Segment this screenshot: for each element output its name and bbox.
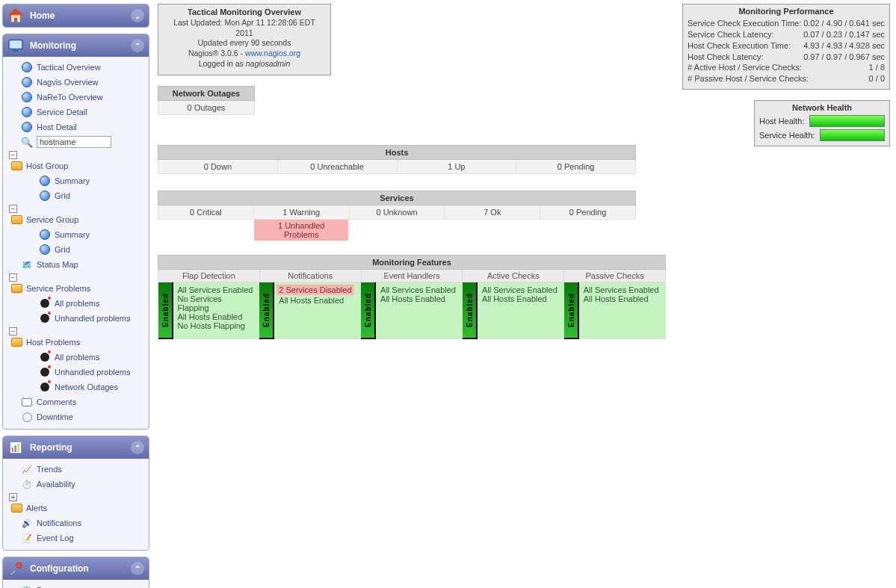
overview-logged-in: Logged in as nagiosadmin bbox=[164, 59, 324, 69]
nav-service-group[interactable]: Service Group bbox=[9, 213, 147, 226]
panel-header-reporting[interactable]: Reporting ⌃ bbox=[3, 436, 149, 459]
notif-disabled[interactable]: 2 Services Disabled bbox=[276, 285, 353, 295]
nav-service-problems[interactable]: Service Problems bbox=[9, 282, 147, 295]
panel-header-configuration[interactable]: Configuration ⌃ bbox=[3, 557, 149, 580]
nav-sp-unhandled[interactable]: Unhandled problems bbox=[37, 312, 147, 325]
tools-icon bbox=[6, 559, 25, 578]
nav-tactical-overview[interactable]: Tactical Overview bbox=[19, 61, 147, 74]
nav-availability[interactable]: ⏱️Availability bbox=[19, 477, 147, 491]
nav-event-log[interactable]: 📝Event Log bbox=[19, 531, 147, 545]
nav-nareto-overview[interactable]: NaReTo Overview bbox=[19, 90, 147, 104]
service-health-bar[interactable] bbox=[820, 129, 885, 141]
hosts-header: Hosts bbox=[158, 146, 636, 160]
panel-title: Monitoring bbox=[30, 40, 76, 51]
nav-servicegroup-summary[interactable]: Summary bbox=[37, 228, 147, 241]
nav-nagvis-overview[interactable]: Nagvis Overview bbox=[19, 75, 147, 89]
nav-host-search[interactable]: 🔍 bbox=[19, 135, 147, 149]
chevron-down-icon: ⌄ bbox=[131, 9, 144, 22]
feature-notifications[interactable]: Enabled 2 Services Disabled All Hosts En… bbox=[259, 282, 361, 339]
nav-servicegroup-grid[interactable]: Grid bbox=[37, 243, 147, 256]
perf-row: # Passive Host / Service Checks:0 / 0 bbox=[688, 73, 885, 84]
hostname-input[interactable] bbox=[37, 136, 111, 148]
panel-header-monitoring[interactable]: Monitoring ⌃ bbox=[3, 34, 149, 57]
chevron-up-icon: ⌃ bbox=[131, 39, 144, 52]
globe-icon bbox=[39, 244, 51, 256]
nav-host-problems[interactable]: Host Problems bbox=[9, 335, 147, 349]
panel-home: Home ⌄ bbox=[2, 4, 149, 28]
services-pending[interactable]: 0 Pending bbox=[540, 205, 636, 220]
home-icon bbox=[6, 6, 25, 25]
nav-status-map[interactable]: 🗺️Status Map bbox=[19, 258, 147, 271]
services-ok[interactable]: 7 Ok bbox=[445, 205, 540, 220]
nav-comments[interactable]: Comments bbox=[19, 395, 147, 409]
feature-notif-body: 2 Services Disabled All Hosts Enabled bbox=[274, 282, 361, 339]
clock-icon bbox=[21, 411, 33, 423]
feature-passive-body: All Services Enabled All Hosts Enabled bbox=[579, 282, 666, 339]
feature-active-body: All Services Enabled All Hosts Enabled bbox=[478, 282, 564, 339]
panel-title: Home bbox=[30, 10, 55, 21]
comment-icon bbox=[21, 396, 33, 408]
overview-title: Tactical Monitoring Overview bbox=[164, 7, 324, 16]
bomb-icon bbox=[39, 312, 51, 324]
svg-rect-3 bbox=[13, 50, 18, 52]
nagios-link[interactable]: www.nagios.org bbox=[245, 49, 300, 58]
hosts-up[interactable]: 1 Up bbox=[397, 160, 516, 174]
overview-refresh: Updated every 90 seconds bbox=[164, 38, 324, 49]
chevron-up-icon: ⌃ bbox=[131, 441, 144, 454]
expander-servicegroup[interactable]: − bbox=[9, 205, 17, 213]
feature-event-handlers[interactable]: Enabled All Services Enabled All Hosts E… bbox=[361, 282, 463, 339]
nav-hp-unhandled[interactable]: Unhandled problems bbox=[37, 365, 147, 379]
nav-downtime[interactable]: Downtime bbox=[19, 410, 147, 424]
enabled-stripe: Enabled bbox=[463, 282, 478, 339]
globe-icon bbox=[21, 91, 33, 103]
nav-process[interactable]: ⚙️Process bbox=[19, 584, 147, 588]
host-health-row: Host Health: bbox=[759, 115, 885, 127]
hosts-down[interactable]: 0 Down bbox=[158, 160, 278, 174]
perf-title: Monitoring Performance bbox=[688, 7, 885, 16]
col-passive-label: Passive Checks bbox=[564, 270, 666, 282]
services-unknown[interactable]: 0 Unknown bbox=[349, 205, 445, 220]
nav-host-group[interactable]: Host Group bbox=[9, 159, 147, 173]
expander-host-problems[interactable]: − bbox=[9, 327, 17, 335]
health-title: Network Health bbox=[759, 103, 885, 112]
hosts-pending[interactable]: 0 Pending bbox=[516, 160, 636, 174]
nav-host-detail[interactable]: Host Detail bbox=[19, 120, 147, 134]
expander-service-problems[interactable]: − bbox=[9, 273, 17, 282]
nav-hostgroup-grid[interactable]: Grid bbox=[37, 189, 147, 202]
nav-service-detail[interactable]: Service Detail bbox=[19, 105, 147, 119]
hosts-unreachable[interactable]: 0 Unreachable bbox=[277, 160, 397, 174]
expander-hostgroup[interactable]: − bbox=[9, 151, 17, 159]
report-icon bbox=[6, 438, 25, 457]
svg-rect-6 bbox=[15, 445, 16, 452]
outages-value[interactable]: 0 Outages bbox=[158, 101, 255, 115]
table-hosts: Hosts 0 Down 0 Unreachable 1 Up 0 Pendin… bbox=[158, 145, 636, 174]
services-unhandled-badge[interactable]: 1 Unhandled Problems bbox=[254, 220, 348, 241]
feature-flap[interactable]: Enabled All Services Enabled No Services… bbox=[158, 282, 260, 339]
feature-passive-checks[interactable]: Enabled All Services Enabled All Hosts E… bbox=[564, 282, 666, 339]
log-icon: 📝 bbox=[21, 532, 33, 544]
panel-header-home[interactable]: Home ⌄ bbox=[3, 4, 149, 27]
services-critical[interactable]: 0 Critical bbox=[158, 205, 254, 220]
host-health-bar[interactable] bbox=[809, 115, 885, 127]
nav-trends[interactable]: 📈Trends bbox=[19, 462, 147, 476]
nav-sp-all[interactable]: All problems bbox=[37, 297, 147, 310]
feature-active-checks[interactable]: Enabled All Services Enabled All Hosts E… bbox=[463, 282, 564, 339]
panel-body-monitoring: Tactical Overview Nagvis Overview NaReTo… bbox=[3, 57, 149, 429]
nav-alerts[interactable]: Alerts bbox=[9, 501, 147, 515]
nav-hostgroup-summary[interactable]: Summary bbox=[37, 174, 147, 188]
perf-key: # Passive Host / Service Checks: bbox=[688, 73, 869, 84]
nav-report-notifications[interactable]: 🔊Notifications bbox=[19, 516, 147, 530]
nav-hp-network-outages[interactable]: Network Outages bbox=[37, 380, 147, 394]
bomb-icon bbox=[39, 297, 51, 309]
services-warning[interactable]: 1 Warning bbox=[253, 205, 349, 220]
trend-icon: 📈 bbox=[21, 463, 33, 475]
globe-icon bbox=[21, 121, 33, 133]
gear-icon: ⚙️ bbox=[21, 584, 33, 588]
monitor-icon bbox=[6, 36, 25, 55]
globe-icon bbox=[21, 76, 33, 88]
enabled-stripe: Enabled bbox=[259, 282, 274, 339]
folder-icon bbox=[10, 502, 22, 514]
expander-alerts[interactable]: + bbox=[9, 493, 17, 501]
nav-hp-all[interactable]: All problems bbox=[37, 350, 147, 364]
globe-icon bbox=[21, 106, 33, 118]
